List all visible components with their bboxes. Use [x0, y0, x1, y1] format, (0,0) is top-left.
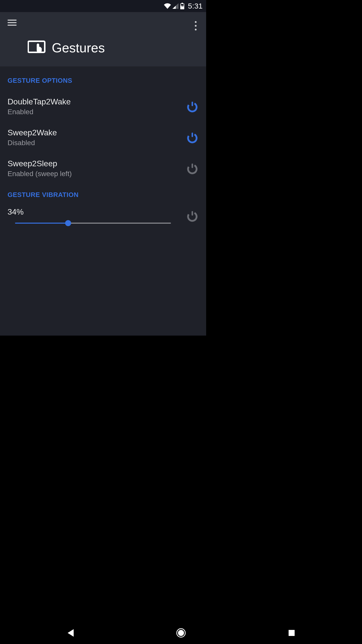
pref-vibration: 34%: [8, 206, 199, 230]
pref-title: DoubleTap2Wake: [8, 97, 71, 106]
pref-title: Sweep2Wake: [8, 128, 57, 137]
page-title: Gestures: [52, 40, 105, 55]
pref-sweep2wake[interactable]: Sweep2Wake Disabled: [8, 123, 199, 154]
power-toggle-icon[interactable]: [186, 100, 199, 113]
svg-rect-11: [192, 211, 193, 216]
battery-percent-text: 78: [181, 5, 184, 7]
svg-rect-7: [192, 133, 193, 137]
cell-signal-icon: [172, 3, 178, 9]
app-bar: Gestures: [0, 12, 206, 67]
pref-subtitle: Enabled (sweep left): [8, 170, 72, 178]
pref-doubletap2wake[interactable]: DoubleTap2Wake Enabled: [8, 92, 199, 123]
pref-title: Sweep2Sleep: [8, 159, 72, 168]
pref-subtitle: Disabled: [8, 139, 57, 147]
overflow-menu-icon[interactable]: [190, 20, 202, 32]
pref-sweep2sleep[interactable]: Sweep2Sleep Enabled (sweep left): [8, 154, 199, 185]
vibration-slider[interactable]: [15, 223, 171, 224]
wifi-icon: [164, 3, 171, 9]
content-area: GESTURE OPTIONS DoubleTap2Wake Enabled S…: [0, 67, 206, 336]
power-toggle-icon[interactable]: [186, 162, 199, 175]
svg-rect-3: [28, 41, 45, 52]
svg-rect-9: [192, 164, 193, 168]
svg-rect-0: [182, 3, 183, 4]
hamburger-menu-icon[interactable]: [8, 20, 17, 26]
status-bar: 78 5:31: [0, 0, 206, 12]
svg-rect-5: [192, 102, 193, 106]
battery-icon: 78: [180, 3, 185, 9]
power-toggle-icon[interactable]: [186, 131, 199, 144]
vibration-value-label: 34%: [8, 207, 178, 217]
section-header-gesture-options: GESTURE OPTIONS: [8, 77, 199, 85]
touch-gesture-icon: [28, 40, 46, 56]
power-toggle-icon[interactable]: [186, 210, 199, 222]
section-header-gesture-vibration: GESTURE VIBRATION: [8, 191, 199, 199]
status-time: 5:31: [188, 2, 203, 10]
pref-subtitle: Enabled: [8, 108, 71, 116]
